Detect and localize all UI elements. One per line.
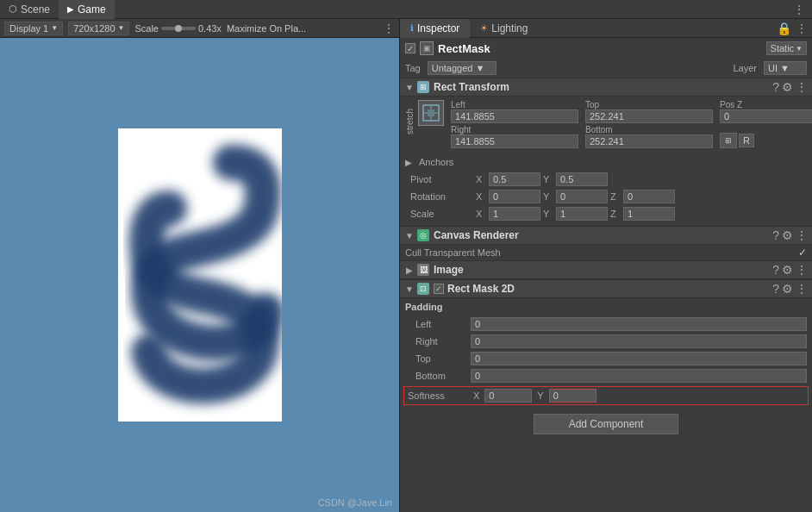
tab-game[interactable]: ▶ Game (59, 0, 115, 19)
padding-left-input[interactable] (471, 317, 807, 331)
padding-top-label: Top (405, 353, 465, 364)
lock-icon[interactable]: 🔒 (777, 22, 791, 35)
go-icon: ▣ (420, 41, 434, 55)
scale-z-input[interactable] (623, 207, 675, 221)
padding-label: Padding (405, 302, 465, 312)
rect-mask-header[interactable]: ▼ ⊡ ✓ Rect Mask 2D ? ⚙ ⋮ (400, 279, 812, 298)
scale-label: Scale (410, 209, 471, 219)
cull-mesh-row: Cull Transparent Mesh ✓ (400, 245, 812, 260)
right-field-group: Right (451, 125, 578, 148)
static-label: Static (771, 43, 795, 53)
cull-checkbox[interactable]: ✓ (798, 247, 807, 259)
menu-dots-icon[interactable]: ⋮ (383, 22, 395, 35)
canvas-renderer-header[interactable]: ▼ ◎ Canvas Renderer ? ⚙ ⋮ (400, 226, 812, 245)
padding-bottom-input[interactable] (471, 369, 807, 383)
padding-right-input[interactable] (471, 334, 807, 348)
cr-settings-icon[interactable]: ⚙ (782, 228, 793, 242)
pos-z-field-input[interactable] (720, 109, 812, 123)
tab-right-icons: 🔒 ⋮ (777, 22, 812, 35)
more-icon[interactable]: ⋮ (796, 80, 808, 94)
top-field-label: Top (585, 100, 713, 109)
blueprint-btn[interactable]: ⊞ (720, 133, 737, 148)
top-tab-bar: ⬡ Scene ▶ Game ⋮ (0, 0, 812, 19)
left-field-input[interactable] (451, 109, 578, 123)
rm-more-icon[interactable]: ⋮ (796, 282, 808, 296)
rect-mask-toggle-icon: ▼ (404, 284, 415, 294)
display-chevron-icon: ▼ (51, 24, 58, 32)
maximize-label[interactable]: Maximize On Pla... (227, 23, 306, 34)
softness-x-input[interactable] (484, 389, 532, 403)
scale-x-input[interactable] (489, 207, 540, 221)
rotation-y-input[interactable] (556, 190, 608, 203)
display-selector[interactable]: Display 1 ▼ (4, 22, 63, 35)
game-toolbar: Display 1 ▼ 720x1280 ▼ Scale 0.43x Maxim… (0, 19, 399, 38)
top-field-input[interactable] (585, 109, 713, 123)
tag-label: Tag (405, 63, 421, 73)
tab-lighting[interactable]: ☀ Lighting (470, 19, 538, 38)
right-field-input[interactable] (451, 134, 578, 148)
softness-y-input[interactable] (549, 389, 597, 403)
tab-inspector-label: Inspector (417, 22, 459, 34)
img-settings-icon[interactable]: ⚙ (782, 263, 793, 277)
resolution-selector[interactable]: 720x1280 ▼ (68, 22, 129, 35)
top-field-group: Top (585, 100, 713, 123)
letter-s-graphic (118, 128, 282, 421)
add-component-button[interactable]: Add Component (534, 414, 679, 434)
stretch-icon[interactable] (418, 100, 444, 126)
menu-icon[interactable]: ⋮ (786, 3, 812, 16)
pivot-xyz: X Y (476, 172, 802, 186)
rect-transform-actions: ? ⚙ ⋮ (772, 80, 808, 94)
scale-y-input[interactable] (556, 207, 608, 221)
static-chevron-icon: ▼ (796, 45, 803, 53)
padding-left-row: Left (400, 315, 812, 333)
more-options-icon[interactable]: ⋮ (796, 22, 808, 35)
bottom-field-input[interactable] (585, 134, 713, 148)
help-icon[interactable]: ? (772, 80, 779, 94)
padding-right-row: Right (400, 333, 812, 350)
scale-z-label: Z (610, 209, 621, 219)
tab-inspector[interactable]: ℹ Inspector (400, 19, 470, 38)
img-help-icon[interactable]: ? (772, 263, 779, 277)
layer-dropdown[interactable]: UI ▼ (764, 61, 807, 75)
image-title: Image (434, 264, 772, 276)
go-active-checkbox[interactable]: ✓ (405, 43, 415, 53)
rotation-y-label: Y (543, 191, 553, 202)
left-field-label: Left (451, 100, 578, 109)
rect-mask-enabled-checkbox[interactable]: ✓ (434, 284, 444, 294)
rm-help-icon[interactable]: ? (772, 282, 779, 296)
rotation-xyz: X Y Z (476, 190, 802, 203)
rotation-x-input[interactable] (489, 190, 540, 203)
inspector-panel: ℹ Inspector ☀ Lighting 🔒 ⋮ ✓ ▣ RectMask … (399, 19, 812, 512)
softness-label: Softness (408, 390, 468, 401)
padding-header-row: Padding (400, 298, 812, 315)
rotation-z-input[interactable] (623, 190, 675, 203)
softness-row: Softness X Y (403, 386, 809, 405)
scale-slider[interactable] (161, 27, 196, 30)
r-button[interactable]: R (739, 134, 754, 147)
static-button[interactable]: Static ▼ (766, 41, 807, 55)
anchors-toggle-icon[interactable]: ▶ (405, 158, 412, 167)
settings-icon[interactable]: ⚙ (782, 80, 793, 94)
blueprint-btn-group: ⊞ R (720, 133, 812, 148)
pivot-y-input[interactable] (556, 172, 608, 186)
img-more-icon[interactable]: ⋮ (796, 263, 808, 277)
pivot-x-input[interactable] (489, 172, 540, 186)
stretch-svg (422, 103, 440, 122)
canvas-renderer-icon: ◎ (417, 229, 429, 241)
rt-fields-container: Left Top Pos Z (451, 100, 812, 150)
tag-layer-row: Tag Untagged ▼ Layer UI ▼ (400, 59, 812, 78)
rect-transform-header[interactable]: ▼ ⊞ Rect Transform ? ⚙ ⋮ (400, 78, 812, 97)
scale-row: Scale X Y Z (405, 205, 807, 222)
gameobject-header: ✓ ▣ RectMask Static ▼ (400, 38, 812, 59)
image-header[interactable]: ▶ 🖼 Image ? ⚙ ⋮ (400, 260, 812, 279)
cr-more-icon[interactable]: ⋮ (796, 228, 808, 242)
game-view-panel: Display 1 ▼ 720x1280 ▼ Scale 0.43x Maxim… (0, 19, 399, 512)
left-field-group: Left (451, 100, 578, 123)
rm-settings-icon[interactable]: ⚙ (782, 282, 793, 296)
resolution-chevron-icon: ▼ (118, 24, 125, 32)
padding-top-input[interactable] (471, 352, 807, 365)
tab-scene[interactable]: ⬡ Scene (0, 0, 59, 19)
padding-bottom-row: Bottom (400, 367, 812, 384)
cr-help-icon[interactable]: ? (772, 228, 779, 242)
tag-dropdown[interactable]: Untagged ▼ (428, 61, 497, 75)
